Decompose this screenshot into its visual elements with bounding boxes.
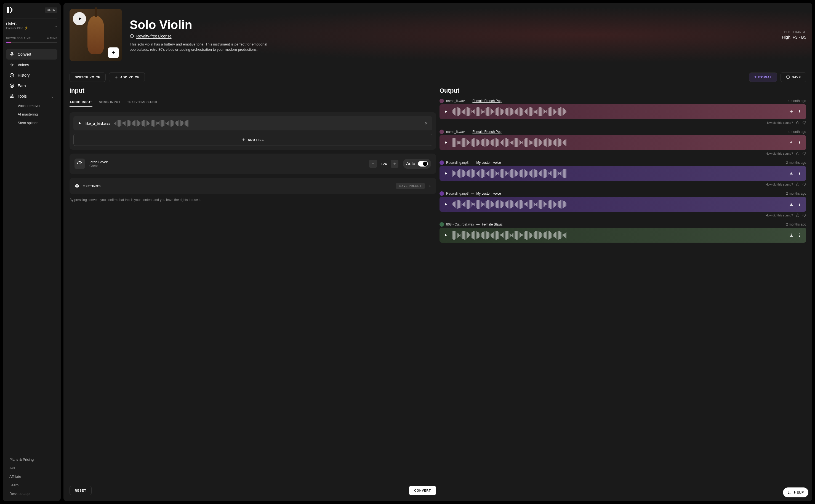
save-preset-button[interactable]: SAVE PRESET (396, 183, 425, 189)
link-plans[interactable]: Plans & Pricing (6, 455, 57, 464)
nav-vocal-remover[interactable]: Vocal remover (6, 101, 57, 110)
output-voice-link[interactable]: Female Slavic (482, 222, 503, 226)
file-remove-button[interactable]: ✕ (424, 121, 428, 126)
output-download-button[interactable] (789, 140, 793, 145)
output-download-button[interactable] (789, 202, 793, 207)
svg-point-18 (799, 205, 800, 206)
thumbs-up-button[interactable] (796, 152, 800, 156)
input-panel: Input AUDIO INPUT SONG INPUT TEXT-TO-SPE… (69, 87, 436, 495)
convert-button[interactable]: CONVERT (409, 486, 436, 495)
nav-convert[interactable]: Convert (6, 49, 57, 60)
link-affiliate[interactable]: Affiliate (6, 472, 57, 481)
pitch-decrease-button[interactable]: − (369, 160, 377, 168)
help-button[interactable]: HELP (783, 487, 808, 497)
output-more-button[interactable] (797, 171, 802, 176)
logo[interactable] (6, 6, 14, 14)
file-play-button[interactable] (78, 121, 82, 125)
chat-icon (787, 490, 792, 495)
lightning-icon: ⚡ (24, 26, 28, 30)
link-desktop[interactable]: Desktop app (6, 489, 57, 498)
waveform-bars (452, 199, 785, 209)
thumbs-down-button[interactable] (802, 213, 806, 217)
output-play-button[interactable] (444, 233, 448, 237)
hero-license[interactable]: Royalty-free License (130, 34, 774, 38)
thumbs-up-button[interactable] (796, 183, 800, 186)
reset-button[interactable]: RESET (69, 486, 92, 495)
tab-tts[interactable]: TEXT-TO-SPEECH (127, 98, 157, 107)
output-download-button[interactable] (789, 171, 793, 176)
output-panel: Output name_it.wav — Female French Popa … (440, 87, 806, 495)
output-voice-link[interactable]: My custom voice (476, 192, 501, 195)
save-button[interactable]: SAVE (781, 72, 806, 82)
output-waveform (440, 104, 806, 119)
nav-history[interactable]: History (6, 70, 57, 81)
nav-earn[interactable]: Earn (6, 81, 57, 91)
thumbs-down-button[interactable] (802, 121, 806, 125)
output-play-button[interactable] (444, 202, 448, 206)
toggle-switch[interactable] (418, 161, 428, 167)
avatar (440, 130, 444, 134)
add-file-button[interactable]: ADD FILE (73, 134, 432, 146)
dollar-icon (9, 83, 14, 88)
pitch-card: Pitch Level: Great − +24 + Auto (69, 154, 436, 174)
info-icon (130, 34, 134, 38)
violin-illustration (87, 16, 104, 54)
output-timestamp: a month ago (788, 99, 806, 103)
output-voice-link[interactable]: My custom voice (476, 161, 501, 165)
output-voice-link[interactable]: Female French Pop (472, 99, 501, 103)
thumbs-down-button[interactable] (802, 183, 806, 186)
svg-point-21 (799, 236, 800, 237)
pitch-value: +24 (378, 162, 389, 166)
pitch-increase-button[interactable]: + (391, 160, 398, 168)
output-add-button[interactable] (789, 109, 793, 114)
output-more-button[interactable] (797, 140, 802, 145)
tab-audio-input[interactable]: AUDIO INPUT (69, 98, 92, 107)
output-title: Output (440, 87, 806, 94)
link-api[interactable]: API (6, 464, 57, 472)
svg-rect-0 (11, 52, 13, 55)
output-play-button[interactable] (444, 141, 448, 144)
auto-toggle[interactable]: Auto (403, 159, 431, 169)
waveform-bars (452, 168, 785, 178)
output-play-button[interactable] (444, 171, 448, 175)
hero-add-button[interactable]: + (108, 47, 119, 58)
output-play-button[interactable] (444, 110, 448, 114)
output-more-button[interactable] (797, 202, 802, 207)
output-feedback: How did this sound? (440, 150, 806, 157)
beta-badge: BETA (45, 7, 57, 13)
svg-point-11 (799, 142, 800, 143)
action-bar: SWITCH VOICE ADD VOICE TUTORIAL SAVE (63, 67, 812, 87)
input-title: Input (69, 87, 436, 94)
nav-ai-mastering[interactable]: AI mastering (6, 110, 57, 119)
output-more-button[interactable] (797, 233, 802, 237)
thumbs-up-button[interactable] (796, 121, 800, 125)
nav-stem-splitter[interactable]: Stem splitter (6, 119, 57, 127)
output-download-button[interactable] (789, 233, 793, 237)
expand-settings-button[interactable]: + (429, 184, 431, 189)
output-voice-link[interactable]: Female French Pop (472, 130, 501, 134)
add-voice-button[interactable]: ADD VOICE (109, 72, 145, 82)
thumbs-down-button[interactable] (802, 152, 806, 156)
tutorial-button[interactable]: TUTORIAL (749, 73, 777, 82)
pitch-range-value: High, F3 - B5 (782, 35, 806, 39)
waveform-bars (452, 230, 785, 240)
nav-tools[interactable]: Tools ⌄ (6, 91, 57, 101)
svg-point-14 (799, 173, 800, 174)
nav-voices[interactable]: Voices (6, 60, 57, 70)
thumbs-up-button[interactable] (796, 213, 800, 217)
plus-icon (114, 75, 118, 79)
hero-play-button[interactable] (73, 12, 86, 25)
settings-label: SETTINGS (83, 184, 392, 188)
output-waveform (440, 197, 806, 212)
output-header: 808 - Cu...roat.wav — Female Slavic2 mon… (440, 221, 806, 228)
tab-song-input[interactable]: SONG INPUT (99, 98, 121, 107)
switch-voice-button[interactable]: SWITCH VOICE (69, 73, 106, 82)
chevron-down-icon: ⌄ (54, 23, 57, 28)
user-menu[interactable]: LivieB Creator Plan⚡ ⌄ (6, 18, 57, 33)
output-header: Recording.mp3 — My custom voice2 months … (440, 159, 806, 166)
link-learn[interactable]: Learn (6, 481, 57, 489)
hero-description: This solo violin has a buttery and emoti… (130, 42, 268, 52)
chevron-down-icon: ⌄ (51, 94, 54, 98)
output-more-button[interactable] (797, 109, 802, 114)
file-waveform (114, 119, 421, 127)
